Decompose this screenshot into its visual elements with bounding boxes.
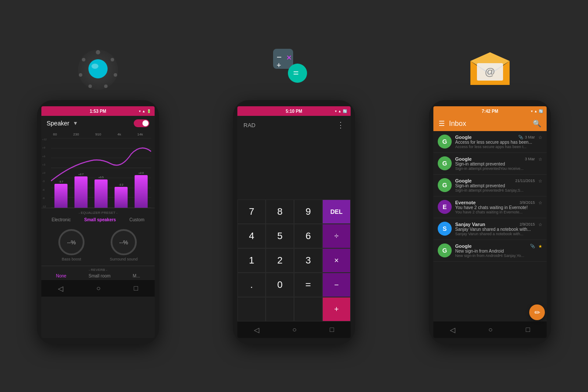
email-inbox-title: Inbox bbox=[449, 120, 528, 128]
email-star-6[interactable]: ★ bbox=[538, 244, 542, 249]
eq-toggle[interactable] bbox=[134, 119, 149, 127]
email-header: ☰ Inbox 🔍 bbox=[433, 116, 547, 131]
calculator-section: − ✕ + = 5:10 PM ▾ ▲ 🔄 RAD ⋮ bbox=[233, 48, 355, 344]
eq-reverb-options: None Small room M... bbox=[45, 274, 151, 278]
email-star-1[interactable]: ☆ bbox=[538, 135, 542, 140]
email-preview-3: Sign-in attempt preventedHi Sanjay,S... bbox=[455, 188, 542, 193]
calc-key-dot[interactable]: . bbox=[237, 273, 266, 297]
nav-back[interactable]: ◁ bbox=[254, 326, 259, 334]
email-time: 7:42 PM bbox=[482, 109, 498, 114]
eq-bar-3[interactable]: +0.5 bbox=[95, 138, 108, 208]
calc-key-0[interactable]: 0 bbox=[266, 273, 294, 297]
calc-menu-icon[interactable]: ⋮ bbox=[337, 120, 345, 130]
nav-home[interactable]: ○ bbox=[292, 326, 297, 334]
svg-point-2 bbox=[96, 50, 100, 54]
email-clip-1: 📎 bbox=[518, 135, 523, 139]
eq-bar-1[interactable]: -3.7 bbox=[54, 138, 68, 208]
email-star-3[interactable]: ☆ bbox=[538, 179, 542, 183]
reverb-small-room[interactable]: Small room bbox=[88, 274, 111, 278]
calculator-phone: 5:10 PM ▾ ▲ 🔄 RAD ⋮ 7 8 9 bbox=[233, 100, 355, 344]
eq-bar-2[interactable]: +2.7 bbox=[74, 138, 88, 208]
eq-chart: +12+9+6+3+0-3-6-9-12 -3.7 bbox=[41, 138, 155, 208]
email-item-5[interactable]: S Sanjay Varun 2/9/2015 ☆ Sanjay Varun s… bbox=[433, 218, 547, 240]
signal-icon: ▲ bbox=[142, 109, 145, 113]
svg-point-7 bbox=[79, 73, 82, 77]
email-date-1: 3 Mar bbox=[525, 135, 535, 139]
eq-bar-5[interactable]: +2.0 bbox=[135, 138, 148, 208]
email-content-6: Google 📎 ★ New sign-in from Android New … bbox=[455, 243, 542, 258]
reverb-none[interactable]: None bbox=[56, 274, 66, 278]
email-item-4[interactable]: E Evernote 3/9/2015 ☆ You have 2 chats w… bbox=[433, 196, 547, 218]
equalizer-phone: 1:53 PM ▾ ▲ 🔋 Speaker ▼ 60 230 910 4k 14… bbox=[37, 100, 159, 344]
calc-key-div[interactable]: ÷ bbox=[322, 224, 351, 248]
calc-key-8[interactable]: 8 bbox=[266, 199, 294, 224]
freq-14k: 14k bbox=[137, 132, 143, 136]
svg-point-6 bbox=[88, 84, 92, 88]
email-content-1: Google 📎 3 Mar ☆ Access for less secure … bbox=[455, 135, 542, 149]
email-content-5: Sanjay Varun 2/9/2015 ☆ Sanjay Varun sha… bbox=[455, 222, 542, 236]
calc-key-empty3 bbox=[294, 297, 322, 321]
nav-recents[interactable]: □ bbox=[330, 326, 334, 334]
preset-small-speakers[interactable]: Small speakers bbox=[84, 217, 116, 222]
nav-recents[interactable]: □ bbox=[526, 326, 530, 334]
email-star-2[interactable]: ☆ bbox=[538, 157, 542, 162]
calc-key-del[interactable]: DEL bbox=[322, 199, 351, 224]
eq-bass-boost-knob[interactable]: --% Bass boost bbox=[58, 229, 84, 261]
calc-key-mul[interactable]: × bbox=[322, 248, 351, 273]
svg-point-8 bbox=[82, 58, 85, 61]
nav-recents[interactable]: □ bbox=[134, 284, 138, 292]
calc-key-3[interactable]: 3 bbox=[294, 248, 322, 273]
email-phone: 7:42 PM ▾ ▲ 🔄 ☰ Inbox 🔍 G bbox=[429, 100, 551, 344]
eq-surround-knob[interactable]: --% Surround sound bbox=[110, 229, 138, 261]
email-star-4[interactable]: ☆ bbox=[538, 200, 542, 205]
email-list: G Google 📎 3 Mar ☆ Access for less secur… bbox=[433, 131, 547, 321]
calc-key-9[interactable]: 9 bbox=[294, 199, 322, 224]
search-icon[interactable]: 🔍 bbox=[533, 119, 541, 128]
email-subject-1: Access for less secure apps has been... bbox=[455, 140, 542, 145]
nav-home[interactable]: ○ bbox=[488, 326, 493, 334]
email-item-2[interactable]: G Google 3 Mar ☆ Sign-in attempt prevent… bbox=[433, 153, 547, 175]
email-subject-4: You have 2 chats waiting in Evernote! bbox=[455, 205, 542, 210]
email-subject-6: New sign-in from Android bbox=[455, 249, 542, 253]
email-sender-2: Google bbox=[455, 156, 472, 162]
calc-key-5[interactable]: 5 bbox=[266, 224, 294, 248]
email-star-5[interactable]: ☆ bbox=[538, 222, 542, 227]
eq-time: 1:53 PM bbox=[90, 109, 106, 114]
equalizer-app-icon bbox=[76, 48, 120, 91]
equalizer-screen: 1:53 PM ▾ ▲ 🔋 Speaker ▼ 60 230 910 4k 14… bbox=[41, 106, 155, 338]
eq-phone-nav: ◁ ○ □ bbox=[41, 280, 155, 297]
compose-fab-button[interactable]: ✏ bbox=[529, 304, 545, 320]
calc-time: 5:10 PM bbox=[286, 109, 302, 114]
eq-preset-label: - EQUALIZER PRESET - bbox=[45, 211, 151, 215]
calc-key-1[interactable]: 1 bbox=[237, 248, 266, 273]
calc-key-4[interactable]: 4 bbox=[237, 224, 266, 248]
eq-speaker-label: Speaker bbox=[47, 120, 69, 127]
eq-reverb-label: - REVERB - bbox=[45, 268, 151, 272]
email-date-4: 3/9/2015 bbox=[520, 200, 535, 205]
email-item-3[interactable]: G Google 21/11/2015 ☆ Sign-in attempt pr… bbox=[433, 175, 547, 196]
email-item-6[interactable]: G Google 📎 ★ New sign-in from Android Ne… bbox=[433, 240, 547, 262]
calc-key-minus[interactable]: − bbox=[322, 273, 351, 297]
email-subject-2: Sign-in attempt prevented bbox=[455, 162, 542, 166]
preset-electronic[interactable]: Electronic bbox=[51, 217, 71, 222]
calc-key-7[interactable]: 7 bbox=[237, 199, 266, 224]
nav-home[interactable]: ○ bbox=[96, 284, 101, 292]
calculator-screen: 5:10 PM ▾ ▲ 🔄 RAD ⋮ 7 8 9 bbox=[237, 106, 351, 338]
nav-back[interactable]: ◁ bbox=[58, 284, 63, 293]
eq-dropdown-icon[interactable]: ▼ bbox=[73, 120, 78, 126]
email-sender-6: Google bbox=[455, 243, 472, 249]
calc-key-eq[interactable]: = bbox=[294, 273, 322, 297]
calc-key-plus[interactable]: + bbox=[322, 297, 351, 321]
preset-custom[interactable]: Custom bbox=[129, 217, 144, 222]
freq-910: 910 bbox=[95, 132, 101, 136]
wifi-icon: ▾ bbox=[139, 109, 141, 113]
calc-key-empty2 bbox=[266, 297, 294, 321]
calc-key-6[interactable]: 6 bbox=[294, 224, 322, 248]
calc-key-2[interactable]: 2 bbox=[266, 248, 294, 273]
hamburger-icon[interactable]: ☰ bbox=[439, 119, 445, 128]
reverb-more[interactable]: M... bbox=[133, 274, 140, 278]
email-subject-3: Sign-in attempt prevented bbox=[455, 183, 542, 188]
email-item-1[interactable]: G Google 📎 3 Mar ☆ Access for less secur… bbox=[433, 131, 547, 153]
eq-bar-4[interactable]: -2.2 bbox=[115, 138, 128, 208]
nav-back[interactable]: ◁ bbox=[450, 326, 455, 334]
